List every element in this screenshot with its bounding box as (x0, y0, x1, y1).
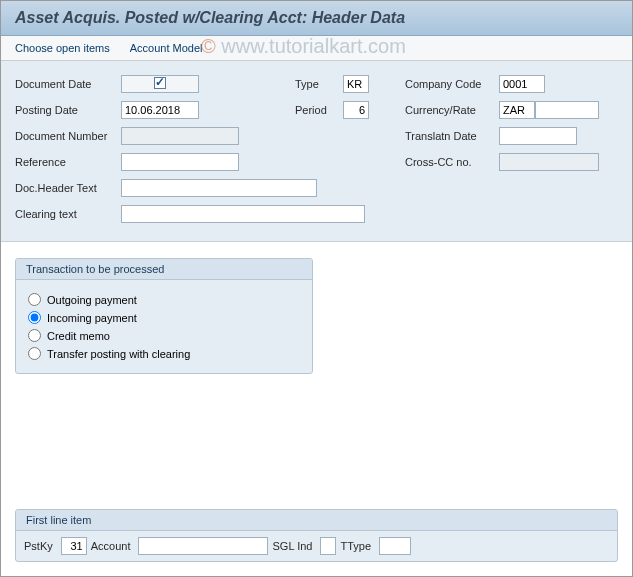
rate-input[interactable] (535, 101, 599, 119)
radio-credit-input[interactable] (28, 329, 41, 342)
check-icon (154, 77, 166, 89)
document-number-input (121, 127, 239, 145)
posting-date-input[interactable] (121, 101, 199, 119)
doc-header-text-label: Doc.Header Text (15, 182, 117, 194)
company-code-input[interactable] (499, 75, 545, 93)
radio-incoming-input[interactable] (28, 311, 41, 324)
radio-transfer-label: Transfer posting with clearing (47, 348, 190, 360)
cross-cc-input (499, 153, 599, 171)
doc-header-text-input[interactable] (121, 179, 317, 197)
company-code-label: Company Code (405, 78, 495, 90)
period-label: Period (295, 104, 339, 116)
menu-bar: Choose open items Account Model (1, 36, 632, 61)
radio-transfer-input[interactable] (28, 347, 41, 360)
type-input[interactable] (343, 75, 369, 93)
menu-account-model[interactable]: Account Model (130, 42, 203, 54)
type-label: Type (295, 78, 339, 90)
sgl-ind-input[interactable] (320, 537, 336, 555)
sgl-ind-label: SGL Ind (272, 540, 312, 552)
reference-label: Reference (15, 156, 117, 168)
title-bar: Asset Acquis. Posted w/Clearing Acct: He… (1, 1, 632, 36)
radio-credit-label: Credit memo (47, 330, 110, 342)
currency-rate-label: Currency/Rate (405, 104, 495, 116)
transaction-group-title: Transaction to be processed (16, 259, 312, 280)
radio-outgoing-label: Outgoing payment (47, 294, 137, 306)
first-line-group: First line item PstKy Account SGL Ind TT… (15, 509, 618, 562)
pstky-label: PstKy (24, 540, 53, 552)
transaction-group: Transaction to be processed Outgoing pay… (15, 258, 313, 374)
account-label: Account (91, 540, 131, 552)
ttype-label: TType (340, 540, 371, 552)
page-title: Asset Acquis. Posted w/Clearing Acct: He… (15, 9, 618, 27)
translatn-date-label: Translatn Date (405, 130, 495, 142)
first-line-title: First line item (16, 510, 617, 531)
translatn-date-input[interactable] (499, 127, 577, 145)
radio-credit[interactable]: Credit memo (28, 329, 300, 342)
document-number-label: Document Number (15, 130, 117, 142)
menu-choose-open-items[interactable]: Choose open items (15, 42, 110, 54)
pstky-input[interactable] (61, 537, 87, 555)
radio-outgoing[interactable]: Outgoing payment (28, 293, 300, 306)
radio-incoming[interactable]: Incoming payment (28, 311, 300, 324)
reference-input[interactable] (121, 153, 239, 171)
posting-date-label: Posting Date (15, 104, 117, 116)
clearing-text-input[interactable] (121, 205, 365, 223)
header-form: Document Date Type Company Code Posting … (1, 61, 632, 242)
account-input[interactable] (138, 537, 268, 555)
period-input[interactable] (343, 101, 369, 119)
radio-incoming-label: Incoming payment (47, 312, 137, 324)
document-date-label: Document Date (15, 78, 117, 90)
currency-input[interactable] (499, 101, 535, 119)
radio-outgoing-input[interactable] (28, 293, 41, 306)
radio-transfer[interactable]: Transfer posting with clearing (28, 347, 300, 360)
clearing-text-label: Clearing text (15, 208, 117, 220)
document-date-input[interactable] (121, 75, 199, 93)
ttype-input[interactable] (379, 537, 411, 555)
cross-cc-label: Cross-CC no. (405, 156, 495, 168)
